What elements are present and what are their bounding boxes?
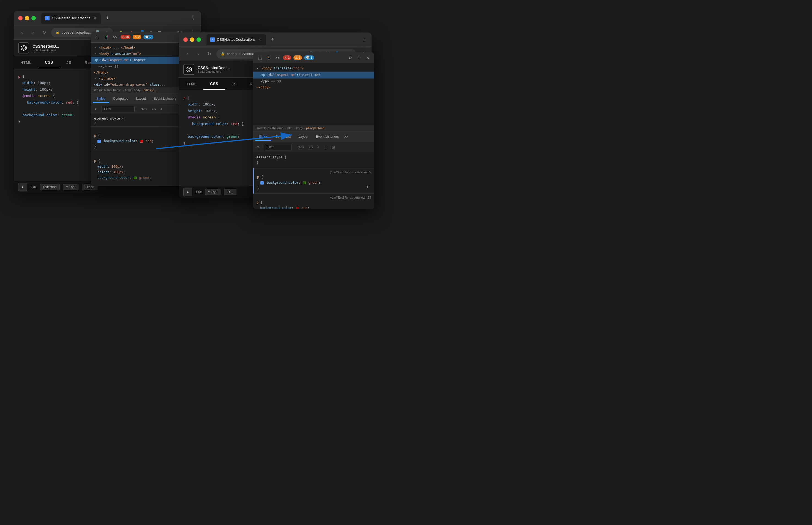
close-button-3[interactable]	[183, 38, 188, 42]
close-button[interactable]	[18, 16, 22, 20]
window-menu[interactable]: ⋮	[190, 15, 197, 21]
tab-close-button[interactable]: ✕	[93, 16, 97, 20]
codepen-logo-svg	[20, 45, 27, 51]
element-style-label: element.style {	[94, 117, 124, 120]
html-line-selected-4: <p id="inspect-me">Inspect me!	[253, 72, 374, 79]
refresh-button[interactable]: ↻	[40, 29, 48, 36]
breadcrumb-selected[interactable]: p#inspe...	[144, 88, 157, 92]
codepen-logo	[18, 42, 29, 54]
css-code-3[interactable]: p { width: 100px; height: 100px; @media …	[179, 90, 262, 151]
new-tab-button[interactable]: +	[104, 15, 111, 21]
fork-button[interactable]: ⑂ Fork	[63, 184, 78, 190]
export-btn-3[interactable]: Ex...	[224, 189, 236, 195]
tab-styles[interactable]: Styles	[93, 95, 109, 103]
breadcrumb-item-4[interactable]: html	[287, 126, 293, 130]
devtools-breadcrumb-4: #result.result-iframe. › html › body › p…	[253, 125, 374, 132]
message-badge: 💬 2	[143, 35, 153, 40]
rule-source-4-2: yLmYEmZ?ano...ue&view=:33	[256, 196, 371, 199]
breadcrumb-selected-4[interactable]: p#inspect-me	[306, 126, 324, 130]
maximize-button[interactable]	[31, 16, 36, 20]
property-checkbox[interactable]	[97, 140, 101, 143]
tab-html[interactable]: HTML	[14, 57, 38, 68]
error-badge: ✕ 26	[121, 35, 130, 40]
tab-layout[interactable]: Layout	[133, 95, 149, 103]
collapse-button[interactable]: ▲	[18, 183, 27, 192]
color-swatch-green	[134, 177, 137, 179]
device-icon-4[interactable]: 📱	[265, 55, 272, 61]
style-rule-green-4: yLmYEmZ?ano...ue&view=:35 p { background…	[253, 168, 374, 194]
color-swatch-red-4	[296, 207, 299, 209]
forward-btn-3[interactable]: ›	[194, 50, 202, 58]
tab-close-3[interactable]: ✕	[257, 38, 262, 42]
codepen-logo-svg-3	[186, 66, 192, 73]
forward-button[interactable]: ›	[29, 29, 37, 36]
tab-html-3[interactable]: HTML	[179, 78, 203, 90]
minimize-button-3[interactable]	[190, 38, 194, 42]
breadcrumb-item[interactable]: #result.result-iframe.	[94, 88, 122, 92]
html-line-4: </p> == $0	[253, 78, 374, 85]
fork-btn-3[interactable]: ⑂ Fork	[205, 189, 220, 195]
inspect-element-icon[interactable]: ⬚	[94, 34, 101, 41]
settings-icon-4[interactable]: ⚙	[347, 55, 354, 61]
tab-title-3: CSSNestedDeclarations	[217, 38, 255, 42]
project-title-3: CSSNestedDecl...	[198, 65, 230, 70]
collection-button[interactable]: collection	[40, 184, 60, 190]
filter-input-4[interactable]	[264, 144, 292, 150]
tab-favicon: ✎	[45, 16, 49, 20]
project-title: CSSNestedD...	[32, 44, 59, 48]
error-badge-4: ✕ 1	[283, 55, 291, 60]
breadcrumb-item-4[interactable]: body	[296, 126, 303, 130]
collapse-btn-3[interactable]: ▲	[183, 188, 192, 196]
tab-computed-4[interactable]: Computed	[272, 133, 294, 141]
tab-title: CSSNestedDeclarations	[52, 16, 90, 20]
inspect-icon-4[interactable]: ⬚	[256, 55, 263, 61]
title-bar-3: ✎ CSSNestedDeclarations ✕ + ⋮	[179, 32, 372, 47]
property-checkbox-4[interactable]	[260, 181, 264, 184]
new-tab-3[interactable]: +	[269, 36, 276, 43]
devtools-tabs-4: Styles Computed Layout Event Listeners >…	[253, 132, 374, 142]
more-tools-icon[interactable]: >>	[112, 34, 118, 41]
tab-styles-4[interactable]: Styles	[255, 133, 271, 141]
breadcrumb-item[interactable]: body	[134, 88, 140, 92]
tab-css[interactable]: CSS	[38, 57, 60, 68]
more-icon-4[interactable]: >>	[274, 55, 281, 61]
warning-badge: ⚠ 2	[133, 35, 141, 40]
project-author-3: Sofia Emelianova	[198, 70, 230, 73]
tab-layout-4[interactable]: Layout	[295, 133, 312, 141]
style-rule-red-4: yLmYEmZ?ano...ue&view=:33 p { background…	[253, 194, 374, 209]
svg-marker-1	[22, 47, 25, 49]
breadcrumb-item-4[interactable]: #result.result-iframe.	[256, 126, 284, 130]
devtools-header-4: ⬚ 📱 >> ✕ 1 ⚠ 2 💬 1 ⚙ ⋮ ✕	[253, 52, 374, 63]
tab-computed[interactable]: Computed	[110, 95, 131, 103]
device-mode-icon[interactable]: 📱	[103, 34, 110, 41]
window-menu-3[interactable]: ⋮	[361, 36, 367, 43]
url-text: codepen.io/sofiay...	[62, 30, 92, 34]
browser-tab-3[interactable]: ✎ CSSNestedDeclarations ✕	[206, 34, 266, 45]
tab-css-3[interactable]: CSS	[203, 78, 225, 90]
css-editor-3: p { width: 100px; height: 100px; @media …	[179, 90, 262, 186]
codepen-logo-3	[183, 64, 194, 75]
tab-event-listeners[interactable]: Event Listeners	[150, 95, 180, 103]
tab-js[interactable]: JS	[60, 57, 78, 68]
filter-input-2[interactable]	[102, 106, 135, 112]
html-line-4: </body>	[253, 85, 374, 91]
traffic-lights-3	[183, 38, 201, 42]
browser-tab-active[interactable]: ✎ CSSNestedDeclarations ✕	[41, 13, 101, 24]
tab-js-3[interactable]: JS	[225, 78, 243, 90]
more-options-4[interactable]: ⋮	[356, 55, 362, 61]
html-line-4: ▾ <body translate="no">	[253, 65, 374, 72]
breadcrumb-item[interactable]: html	[125, 88, 131, 92]
zoom-level-3: 1.0x	[196, 190, 202, 194]
html-panel-4: ▾ <body translate="no"> <p id="inspect-m…	[253, 63, 374, 125]
refresh-btn-3[interactable]: ↻	[205, 50, 213, 58]
back-button[interactable]: ‹	[18, 29, 26, 36]
back-btn-3[interactable]: ‹	[183, 50, 191, 58]
close-devtools-4[interactable]: ✕	[364, 55, 371, 61]
minimize-button[interactable]	[25, 16, 29, 20]
zoom-level: 1.0x	[30, 185, 36, 189]
traffic-lights-1	[18, 16, 36, 20]
title-bar-1: ✎ CSSNestedDeclarations ✕ + ⋮	[14, 11, 201, 25]
maximize-button-3[interactable]	[197, 38, 201, 42]
tab-event-listeners-4[interactable]: Event Listeners	[313, 133, 342, 141]
message-badge-4: 💬 1	[304, 55, 314, 60]
